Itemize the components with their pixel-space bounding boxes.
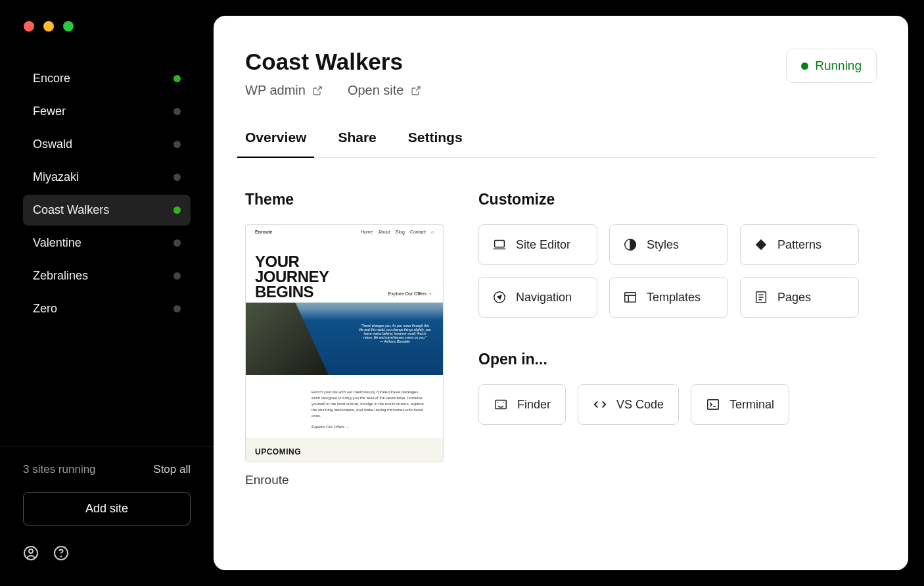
- sidebar-footer: 3 sites running Stop all Add site: [0, 447, 214, 586]
- preview-nav-item: Contact: [410, 230, 426, 234]
- finder-button[interactable]: Finder: [478, 384, 566, 425]
- theme-name: Enroute: [245, 473, 446, 487]
- preview-nav-item: About: [379, 230, 390, 234]
- button-label: Terminal: [729, 398, 774, 412]
- code-icon: [593, 397, 607, 412]
- site-editor-button[interactable]: Site Editor: [478, 224, 597, 265]
- tab-overview[interactable]: Overview: [245, 130, 306, 157]
- user-icon[interactable]: [23, 545, 39, 564]
- site-item-encore[interactable]: Encore: [23, 63, 191, 94]
- site-title: Coast Walkers: [245, 49, 421, 75]
- site-item-zebralines[interactable]: Zebralines: [23, 260, 191, 291]
- preview-body-text: Enrich your life with our meticulously c…: [312, 390, 424, 418]
- site-name: Valentine: [33, 236, 81, 250]
- theme-section: Theme Enroute Home About Blog Contact ⌕: [245, 191, 446, 487]
- compass-icon: [492, 290, 507, 305]
- button-label: Site Editor: [516, 238, 570, 252]
- stop-all-button[interactable]: Stop all: [153, 463, 191, 476]
- open-site-link[interactable]: Open site: [348, 83, 421, 98]
- external-link-icon: [411, 85, 421, 96]
- templates-button[interactable]: Templates: [609, 277, 728, 318]
- preview-quote: "Travel changes you. As you move through…: [359, 324, 430, 339]
- site-name: Zebralines: [33, 269, 88, 283]
- site-name: Oswald: [33, 137, 72, 151]
- help-icon[interactable]: [53, 545, 69, 564]
- site-item-fewer[interactable]: Fewer: [23, 96, 191, 127]
- contrast-icon: [623, 237, 637, 252]
- theme-section-title: Theme: [245, 191, 446, 208]
- status-dot-icon: [173, 174, 181, 181]
- site-name: Zero: [33, 302, 57, 316]
- open-in-buttons: Finder VS Code Terminal: [478, 384, 877, 425]
- theme-preview[interactable]: Enroute Home About Blog Contact ⌕ YOUR J…: [245, 224, 444, 462]
- terminal-icon: [706, 397, 720, 412]
- status-dot-icon: [173, 75, 181, 82]
- site-name: Fewer: [33, 105, 66, 118]
- wp-admin-link[interactable]: WP admin: [245, 83, 323, 98]
- svg-point-1: [29, 549, 33, 553]
- minimize-window-button[interactable]: [43, 21, 54, 32]
- open-site-label: Open site: [348, 83, 404, 98]
- site-name: Coast Walkers: [33, 203, 109, 217]
- status-dot-icon: [173, 272, 181, 280]
- preview-search-icon: ⌕: [431, 230, 434, 234]
- button-label: Finder: [517, 398, 551, 412]
- pages-button[interactable]: Pages: [740, 277, 859, 318]
- traffic-lights: [0, 21, 214, 32]
- site-item-oswald[interactable]: Oswald: [23, 129, 191, 160]
- main-panel: Coast Walkers WP admin Open site Running: [214, 16, 908, 570]
- content: Theme Enroute Home About Blog Contact ⌕: [245, 191, 877, 487]
- status-dot-icon: [173, 239, 181, 247]
- site-name: Encore: [33, 72, 70, 85]
- button-label: Styles: [647, 238, 679, 252]
- preview-nav: Home About Blog Contact ⌕: [361, 230, 434, 234]
- close-window-button[interactable]: [24, 21, 34, 32]
- tab-settings[interactable]: Settings: [408, 130, 463, 157]
- tabs: Overview Share Settings: [245, 130, 877, 158]
- button-label: Templates: [647, 291, 701, 305]
- customize-buttons: Site Editor Styles Patterns: [478, 224, 877, 318]
- site-list: Encore Fewer Oswald Miyazaki Coast Walke…: [0, 63, 214, 447]
- preview-footer-title: UPCOMING: [246, 438, 443, 462]
- svg-rect-10: [708, 400, 719, 410]
- status-dot-icon: [173, 207, 181, 214]
- button-label: Patterns: [777, 238, 821, 252]
- button-label: Navigation: [516, 291, 572, 305]
- status-dot-icon: [801, 62, 808, 70]
- layout-icon: [623, 290, 637, 305]
- zoom-window-button[interactable]: [63, 21, 74, 32]
- preview-nav-item: Blog: [396, 230, 405, 234]
- svg-point-3: [61, 556, 62, 557]
- app-window: Encore Fewer Oswald Miyazaki Coast Walke…: [0, 0, 924, 586]
- site-item-valentine[interactable]: Valentine: [23, 228, 191, 258]
- site-item-coast-walkers[interactable]: Coast Walkers: [23, 195, 191, 226]
- terminal-button[interactable]: Terminal: [691, 384, 789, 425]
- site-item-miyazaki[interactable]: Miyazaki: [23, 162, 191, 193]
- status-dot-icon: [173, 141, 181, 148]
- status-badge[interactable]: Running: [786, 49, 877, 83]
- vscode-button[interactable]: VS Code: [578, 384, 679, 425]
- status-dot-icon: [173, 305, 181, 312]
- tab-share[interactable]: Share: [338, 130, 376, 157]
- site-item-zero[interactable]: Zero: [23, 293, 191, 324]
- diamond-icon: [754, 237, 768, 252]
- navigation-button[interactable]: Navigation: [478, 277, 597, 318]
- patterns-button[interactable]: Patterns: [740, 224, 859, 265]
- list-icon: [754, 290, 768, 305]
- preview-image: "Travel changes you. As you move through…: [246, 303, 443, 375]
- wp-admin-label: WP admin: [245, 83, 306, 98]
- status-dot-icon: [173, 108, 181, 115]
- finder-icon: [494, 397, 508, 412]
- status-label: Running: [815, 59, 862, 73]
- main-header: Coast Walkers WP admin Open site Running: [245, 49, 877, 98]
- preview-body-link: Explore Our Offers →: [312, 424, 428, 430]
- styles-button[interactable]: Styles: [609, 224, 728, 265]
- add-site-button[interactable]: Add site: [23, 492, 191, 525]
- preview-quote-author: — Anthony Bourdain: [380, 339, 410, 343]
- button-label: Pages: [777, 291, 811, 305]
- site-name: Miyazaki: [33, 170, 79, 184]
- external-link-icon: [312, 85, 323, 96]
- sidebar: Encore Fewer Oswald Miyazaki Coast Walke…: [0, 0, 214, 586]
- open-in-section-title: Open in...: [478, 351, 877, 368]
- preview-brand: Enroute: [255, 230, 272, 234]
